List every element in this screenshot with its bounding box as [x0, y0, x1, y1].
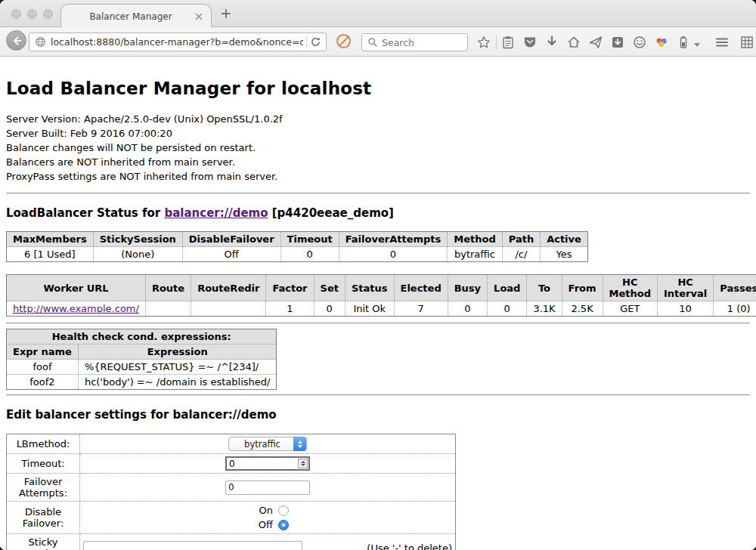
balancer-data-row: 6 [1 Used] (None) Off 0 0 bytraffic /c/ … — [7, 247, 588, 262]
col-hc-method: HC Method — [603, 275, 657, 301]
pocket-icon[interactable] — [523, 36, 537, 49]
worker-header-row: Worker URL Route RouteRedir Factor Set S… — [7, 275, 756, 301]
cell-method: bytraffic — [448, 247, 502, 262]
balancer-link[interactable]: balancer://demo — [164, 206, 268, 220]
cell-passes: 1 (0) — [714, 301, 756, 317]
globe-icon — [35, 36, 46, 48]
send-icon[interactable] — [589, 36, 603, 49]
col-disablefailover: DisableFailover — [182, 232, 280, 247]
disable-failover-row: Disable Failover: On Off — [7, 502, 456, 534]
failover-attempts-input[interactable] — [225, 480, 310, 495]
back-button[interactable] — [6, 30, 26, 51]
colors-icon[interactable] — [655, 36, 668, 49]
radio-off-label: Off — [259, 518, 273, 531]
health-table-title: Health check cond. expressions: — [7, 329, 277, 345]
note-proxypass: ProxyPass settings are NOT inherited fro… — [6, 169, 750, 184]
col-passes: Passes — [714, 275, 756, 301]
sticky-session-row: Sticky Session: (Use '-' to delete) — [7, 534, 456, 550]
col-stickysession: StickySession — [93, 232, 182, 247]
col-factor: Factor — [266, 275, 314, 301]
cell-set: 0 — [314, 301, 345, 317]
failover-attempts-row: Failover Attempts: — [7, 474, 456, 502]
worker-url-link[interactable]: http://www.example.com/ — [13, 303, 139, 314]
cell-elected: 7 — [394, 301, 448, 317]
download-icon[interactable] — [545, 36, 559, 49]
browser-window: Balancer Manager localhost:8880/balancer… — [0, 0, 756, 550]
col-elected: Elected — [394, 275, 448, 301]
number-spinner-icon[interactable] — [298, 459, 308, 468]
cell-factor: 1 — [266, 301, 314, 317]
save-box-icon[interactable] — [611, 36, 624, 49]
col-busy: Busy — [448, 275, 487, 301]
cell-hc-interval: 10 — [657, 301, 713, 317]
col-expression: Expression — [78, 345, 277, 360]
balancer-table: MaxMembers StickySession DisableFailover… — [6, 231, 588, 262]
cell-expression: %{REQUEST_STATUS} =~ /^[234]/ — [78, 360, 277, 375]
divider — [6, 323, 750, 324]
balancer-header-row: MaxMembers StickySession DisableFailover… — [7, 232, 588, 247]
search-input[interactable] — [382, 37, 454, 48]
health-row-foof: foof %{REQUEST_STATUS} =~ /^[234]/ — [7, 360, 277, 375]
lbmethod-row: LBmethod: bytraffic — [7, 434, 456, 454]
col-failoverattempts: FailoverAttempts — [339, 232, 448, 247]
server-info: Server Version: Apache/2.5.0-dev (Unix) … — [6, 112, 750, 184]
cell-from: 2.5K — [562, 301, 603, 317]
radio-on-label: On — [259, 504, 273, 517]
health-row-foof2: foof2 hc('body') =~ /domain is establish… — [7, 375, 277, 390]
window-zoom-button[interactable] — [43, 9, 53, 19]
page-title: Load Balancer Manager for localhost — [6, 79, 750, 98]
timeout-value: 0 — [227, 459, 235, 469]
cell-failoverattempts: 0 — [339, 247, 448, 262]
tab-balancer-manager[interactable]: Balancer Manager — [60, 4, 212, 28]
col-maxmembers: MaxMembers — [7, 232, 94, 247]
col-set: Set — [314, 275, 345, 301]
col-worker-url: Worker URL — [7, 275, 146, 301]
grid-icon[interactable] — [740, 36, 754, 49]
window-minimize-button[interactable] — [27, 9, 37, 19]
smiley-icon[interactable] — [633, 36, 646, 49]
url-text[interactable]: localhost:8880/balancer-manager?b=demo&n… — [51, 36, 303, 48]
disable-failover-on-radio[interactable] — [278, 505, 289, 516]
col-load: Load — [488, 275, 527, 301]
disable-failover-off-radio[interactable] — [278, 520, 289, 530]
lbmethod-label: LBmethod: — [7, 434, 80, 454]
url-bar[interactable]: localhost:8880/balancer-manager?b=demo&n… — [29, 32, 327, 51]
battery-icon[interactable] — [677, 36, 690, 49]
clipboard-icon[interactable] — [501, 36, 515, 49]
window-close-button[interactable] — [11, 9, 21, 19]
dropdown-caret-icon[interactable] — [694, 43, 700, 47]
cell-status: Init Ok — [345, 301, 394, 317]
edit-settings-heading: Edit balancer settings for balancer://de… — [6, 408, 750, 422]
search-icon — [367, 37, 378, 48]
reload-icon[interactable] — [310, 36, 321, 48]
sticky-session-input[interactable] — [83, 541, 302, 550]
cell-disablefailover: Off — [182, 247, 280, 262]
star-icon[interactable] — [477, 36, 491, 49]
status-heading-prefix: LoadBalancer Status for — [6, 206, 164, 220]
url-divider — [306, 36, 307, 48]
cell-hc-method: GET — [603, 301, 657, 317]
cell-expression: hc('body') =~ /domain is established/ — [78, 375, 277, 390]
timeout-input[interactable]: 0 — [225, 456, 310, 471]
cell-expr-name: foof — [7, 360, 79, 375]
cell-path: /c/ — [502, 247, 540, 262]
cell-busy: 0 — [448, 301, 487, 317]
toolbar-separator — [496, 35, 497, 50]
cell-maxmembers: 6 [1 Used] — [7, 247, 94, 262]
search-bar[interactable] — [361, 33, 468, 51]
new-tab-icon[interactable] — [221, 8, 231, 19]
health-header-row: Expr name Expression — [7, 345, 277, 360]
col-routeredir: RouteRedir — [191, 275, 266, 301]
block-icon[interactable] — [336, 34, 351, 48]
cell-active: Yes — [541, 247, 588, 262]
col-to: To — [527, 275, 562, 301]
menu-icon[interactable] — [715, 36, 729, 49]
cell-routeredir — [191, 301, 266, 317]
lbmethod-select[interactable]: bytraffic — [228, 437, 307, 451]
home-icon[interactable] — [567, 36, 581, 49]
col-status: Status — [345, 275, 394, 301]
note-persist: Balancer changes will NOT be persisted o… — [6, 141, 750, 155]
close-icon[interactable] — [195, 13, 203, 20]
disable-failover-label: Disable Failover: — [7, 502, 80, 534]
back-icon — [11, 36, 22, 46]
